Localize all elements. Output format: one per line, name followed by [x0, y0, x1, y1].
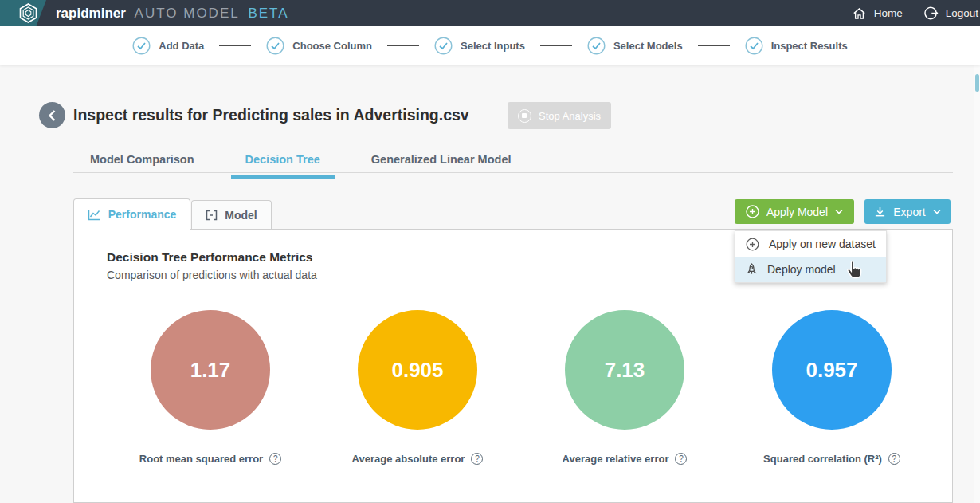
stop-analysis-button[interactable]: Stop Analysis	[508, 102, 611, 129]
step-label: Choose Column	[292, 40, 372, 52]
logout-icon	[923, 6, 939, 21]
tab-generalized-linear-model[interactable]: Generalized Linear Model	[357, 153, 526, 179]
logout-label: Logout	[946, 7, 978, 19]
metric-label: Squared correlation (R²)	[763, 453, 882, 465]
performance-chart-icon	[88, 209, 101, 221]
rapidminer-logo-icon	[18, 2, 39, 24]
menu-item-deploy-model[interactable]: Deploy model	[735, 257, 886, 282]
metric-value: 0.905	[391, 358, 443, 383]
step-connector	[698, 45, 730, 46]
top-header: rapidminer AUTO MODEL BETA Home Logout	[0, 0, 980, 26]
metric-label-row: Average absolute error ?	[314, 453, 521, 465]
subtab-performance-label: Performance	[108, 208, 177, 221]
logout-button[interactable]: Logout	[923, 6, 978, 21]
metric-circle-are: 7.13	[565, 310, 684, 430]
chevron-left-icon	[48, 109, 57, 122]
metric-label: Average absolute error	[352, 453, 465, 465]
metric-circle-r2: 0.957	[772, 310, 892, 430]
plus-circle-icon	[746, 205, 759, 218]
model-tabs: Model Comparison Decision Tree Generaliz…	[76, 153, 547, 179]
download-icon	[874, 206, 886, 218]
step-add-data[interactable]: Add Data	[132, 37, 204, 55]
metric-average-absolute-error: 0.905 Average absolute error ?	[314, 310, 521, 465]
chevron-down-icon	[835, 209, 843, 214]
step-select-inputs[interactable]: Select Inputs	[434, 37, 525, 55]
scrollbar-thumb[interactable]	[975, 74, 979, 92]
help-icon[interactable]: ?	[471, 453, 483, 465]
beta-badge: BETA	[248, 6, 288, 21]
step-choose-column[interactable]: Choose Column	[266, 37, 372, 55]
metric-average-relative-error: 7.13 Average relative error ?	[521, 310, 728, 465]
menu-item-label: Deploy model	[767, 263, 836, 276]
metric-label-row: Average relative error ?	[521, 453, 728, 465]
wizard-stepper: Add Data Choose Column Select Inputs Sel…	[0, 26, 980, 65]
metric-rmse: 1.17 Root mean squared error ?	[107, 310, 314, 465]
apply-model-dropdown: Apply on new dataset Deploy model	[735, 230, 887, 283]
home-icon	[852, 6, 867, 21]
apply-model-button[interactable]: Apply Model	[735, 199, 854, 224]
subtab-model-label: Model	[225, 209, 257, 222]
panel-subheading: Comparison of predictions with actual da…	[107, 269, 317, 281]
app-window: rapidminer AUTO MODEL BETA Home Logout A…	[0, 0, 980, 503]
back-button[interactable]	[39, 102, 65, 128]
step-check-icon	[132, 37, 151, 55]
apply-model-label: Apply Model	[766, 206, 828, 218]
metric-value: 0.957	[806, 358, 857, 383]
step-label: Select Inputs	[461, 40, 525, 52]
help-icon[interactable]: ?	[888, 453, 900, 465]
plus-circle-icon	[746, 238, 759, 251]
page-title: Inspect results for Predicting sales in …	[73, 106, 469, 124]
subtab-model[interactable]: Model	[191, 200, 272, 229]
step-label: Add Data	[159, 40, 204, 52]
step-check-icon	[745, 37, 763, 55]
home-button[interactable]: Home	[852, 6, 903, 21]
step-connector	[387, 45, 419, 46]
product-name: AUTO MODEL	[135, 6, 240, 21]
metric-circle-rmse: 1.17	[151, 310, 270, 430]
stop-analysis-label: Stop Analysis	[539, 110, 601, 122]
tab-decision-tree[interactable]: Decision Tree	[231, 153, 335, 179]
metric-label: Root mean squared error	[139, 453, 263, 465]
scrollbar-track[interactable]	[974, 65, 980, 503]
panel-heading: Decision Tree Performance Metrics	[107, 250, 312, 265]
step-connector	[219, 45, 251, 46]
stop-icon	[518, 109, 531, 123]
metric-value: 7.13	[605, 358, 645, 383]
home-label: Home	[874, 7, 903, 19]
step-inspect-results[interactable]: Inspect Results	[745, 37, 848, 55]
metric-value: 1.17	[190, 358, 231, 383]
menu-item-label: Apply on new dataset	[769, 238, 876, 250]
help-icon[interactable]: ?	[675, 453, 687, 465]
menu-item-apply-on-new-dataset[interactable]: Apply on new dataset	[735, 231, 886, 257]
export-button[interactable]: Export	[864, 199, 951, 224]
metric-squared-correlation: 0.957 Squared correlation (R²) ?	[728, 310, 935, 465]
export-label: Export	[893, 206, 925, 218]
tab-model-comparison[interactable]: Model Comparison	[76, 153, 209, 179]
rocket-icon	[746, 263, 758, 277]
metric-label-row: Squared correlation (R²) ?	[728, 453, 935, 465]
model-tree-icon	[206, 210, 218, 221]
metric-label-row: Root mean squared error ?	[107, 453, 314, 465]
step-check-icon	[434, 37, 453, 55]
metric-circle-aae: 0.905	[358, 310, 477, 430]
brand-title: rapidminer AUTO MODEL BETA	[56, 0, 289, 26]
brand-name: rapidminer	[56, 6, 126, 21]
header-nav: Home Logout	[852, 0, 978, 26]
step-check-icon	[266, 37, 284, 55]
step-connector	[540, 45, 572, 46]
step-label: Inspect Results	[771, 40, 848, 52]
subtab-performance[interactable]: Performance	[73, 198, 190, 230]
step-check-icon	[587, 37, 606, 55]
step-select-models[interactable]: Select Models	[587, 37, 683, 55]
chevron-down-icon	[933, 209, 941, 214]
metric-label: Average relative error	[563, 453, 669, 465]
step-label: Select Models	[613, 40, 683, 52]
help-icon[interactable]: ?	[269, 453, 281, 465]
